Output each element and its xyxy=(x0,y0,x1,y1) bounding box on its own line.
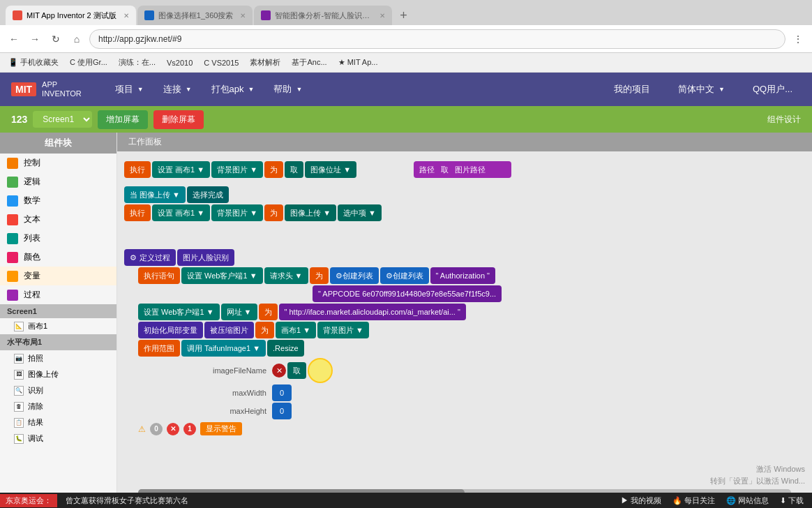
status-row: ⚠ 0 ✕ 1 显示警告 xyxy=(138,422,502,435)
sidebar-comp-recognize[interactable]: 🔍 识别 xyxy=(0,382,116,398)
block-for-3[interactable]: 为 xyxy=(264,204,283,221)
nav-build-apk[interactable]: 打包apk ▼ xyxy=(203,79,263,100)
sidebar-comp-debug[interactable]: 🐛 调试 xyxy=(0,431,116,447)
block-resize-method[interactable]: .Resize xyxy=(267,340,304,357)
block-scope[interactable]: 作用范围 xyxy=(138,340,180,357)
tab-close-3[interactable]: ✕ xyxy=(379,12,385,20)
block-params-group: imageFileName ✕ 取 maxWidth 0 maxHeight xyxy=(194,358,502,419)
tab-image-search[interactable]: 图像选择框1_360搜索 ✕ xyxy=(137,6,253,25)
block-req-header[interactable]: 请求头 ▼ xyxy=(264,267,308,284)
tab-title-1: MIT App Inventor 2 测试版 xyxy=(27,10,116,21)
sidebar-cat-procedure[interactable]: 过程 xyxy=(0,285,116,304)
block-when[interactable]: 当 图像上传 ▼ xyxy=(124,186,186,203)
block-for-stmt[interactable]: 为 xyxy=(310,267,329,284)
block-exec-stmt[interactable]: 执行语句 xyxy=(138,267,180,284)
nav-project[interactable]: 项目 ▼ xyxy=(107,79,152,100)
bookmark-mobile[interactable]: 📱 手机收藏夹 xyxy=(6,56,61,69)
user-menu[interactable]: QQ用户... xyxy=(744,79,801,100)
sidebar-cat-control[interactable]: 控制 xyxy=(0,154,116,172)
sidebar-comp-photo[interactable]: 📷 拍照 xyxy=(0,350,116,366)
sidebar-cat-logic[interactable]: 逻辑 xyxy=(0,172,116,191)
canvas-area[interactable]: 执行 设置 画布1 ▼ 背景图片 ▼ 为 取 图像位址 ▼ 路径 取 图片路径 … xyxy=(117,151,812,507)
tab-face-recognition[interactable]: 智能图像分析-智能人脸识别/人... ✕ xyxy=(254,6,392,25)
block-exec-1[interactable]: 执行 xyxy=(124,161,151,178)
sidebar-cat-math[interactable]: 数学 xyxy=(0,191,116,210)
block-set-canvas-1[interactable]: 设置 画布1 ▼ xyxy=(152,161,210,178)
nav-help[interactable]: 帮助 ▼ xyxy=(265,79,310,100)
block-init-local[interactable]: 初始化局部变量 xyxy=(138,322,203,338)
tab-close-1[interactable]: ✕ xyxy=(123,12,129,20)
sidebar-cat-variable[interactable]: 变量 xyxy=(0,267,116,285)
my-projects-link[interactable]: 我的项目 xyxy=(606,79,659,100)
bookmark-mit-ap[interactable]: ★ MIT Ap... xyxy=(336,57,381,68)
back-button[interactable]: ← xyxy=(6,31,22,47)
block-image-addr[interactable]: 图像位址 ▼ xyxy=(305,161,356,178)
site-info-link[interactable]: 🌐 网站信息 xyxy=(726,495,769,506)
block-for-var[interactable]: 为 xyxy=(255,322,274,338)
sidebar-cat-text[interactable]: 文本 xyxy=(0,210,116,229)
delete-screen-button[interactable]: 删除屏幕 xyxy=(153,110,204,129)
block-url-prop[interactable]: 网址 ▼ xyxy=(221,304,257,320)
block-canvas-var[interactable]: 画布1 ▼ xyxy=(276,322,316,338)
block-define-procedure[interactable]: ⚙ 定义过程 xyxy=(124,249,176,266)
bookmark-演练[interactable]: 演练：在... xyxy=(116,56,158,69)
sidebar-comp-image-upload[interactable]: 🖼 图像上传 xyxy=(0,366,116,382)
add-screen-button[interactable]: 增加屏幕 xyxy=(98,110,148,129)
block-bg-img-3[interactable]: 背景图片 ▼ xyxy=(211,204,263,221)
url-text: http://app.gzjkw.net/#9 xyxy=(98,34,181,44)
cat-color-procedure xyxy=(7,290,18,301)
block-call-taifun[interactable]: 调用 TaifunImage1 ▼ xyxy=(181,340,266,357)
menu-button[interactable]: ⋮ xyxy=(790,31,806,47)
nav-connect[interactable]: 连接 ▼ xyxy=(155,79,200,100)
block-maxheight-val[interactable]: 0 xyxy=(272,403,292,419)
block-appcode[interactable]: " APPCODE 6e070ff991d4480e97e8e55ae7f1f5… xyxy=(313,285,502,302)
block-var-compressed[interactable]: 被压缩图片 xyxy=(204,322,254,338)
language-select[interactable]: 简体中文 ▼ xyxy=(670,79,733,100)
bookmark-素材[interactable]: 素材解析 xyxy=(247,56,283,69)
bookmark-use-gr[interactable]: C 使用Gr... xyxy=(67,56,110,69)
block-event-complete[interactable]: 选择完成 xyxy=(187,186,229,203)
tab-close-2[interactable]: ✕ xyxy=(240,12,246,20)
my-videos-link[interactable]: ▶ 我的视频 xyxy=(621,495,661,506)
url-input[interactable]: http://app.gzjkw.net/#9 xyxy=(89,29,785,49)
screen-select[interactable]: Screen1 xyxy=(33,111,92,128)
app-header: MIT APPINVENTOR 项目 ▼ 连接 ▼ 打包apk ▼ 帮助 ▼ 我… xyxy=(0,73,812,106)
sidebar-comp-clear[interactable]: 🗑 清除 xyxy=(0,398,116,414)
sidebar-comp-canvas[interactable]: 📐 画布1 xyxy=(0,318,116,334)
bookmark-vs2015[interactable]: C VS2015 xyxy=(201,57,241,68)
sidebar-cat-color[interactable]: 颜色 xyxy=(0,248,116,267)
sidebar-header: 组件块 xyxy=(0,133,116,154)
block-auth-label[interactable]: " Authorization " xyxy=(430,267,496,284)
new-tab-button[interactable]: + xyxy=(393,6,413,25)
tab-mit-app-inventor[interactable]: MIT App Inventor 2 测试版 ✕ xyxy=(6,6,136,25)
block-set-webclient-url[interactable]: 设置 Web客户端1 ▼ xyxy=(138,304,220,320)
block-bg-img-1[interactable]: 背景图片 ▼ xyxy=(211,161,263,178)
photo-label: 拍照 xyxy=(28,353,43,364)
block-get-filename[interactable]: 取 xyxy=(287,362,306,379)
block-bg-img-var[interactable]: 背景图片 ▼ xyxy=(317,322,369,338)
sidebar-cat-list[interactable]: 列表 xyxy=(0,229,116,248)
bookmark-vs2010[interactable]: Vs2010 xyxy=(164,57,195,68)
block-create-list-2[interactable]: ⚙ 创建列表 xyxy=(380,267,429,284)
block-for-url[interactable]: 为 xyxy=(259,304,278,320)
show-warning-button[interactable]: 显示警告 xyxy=(200,422,242,435)
home-button[interactable]: ⌂ xyxy=(68,31,85,47)
daily-focus-link[interactable]: 🔥 每日关注 xyxy=(672,495,715,506)
block-img-upload-3[interactable]: 图像上传 ▼ xyxy=(285,204,336,221)
refresh-button[interactable]: ↻ xyxy=(47,31,64,47)
forward-button[interactable]: → xyxy=(27,31,43,47)
block-create-list-1[interactable]: ⚙ 创建列表 xyxy=(330,267,379,284)
download-link[interactable]: ⬇ 下载 xyxy=(780,495,804,506)
sidebar-comp-result[interactable]: 📋 结果 xyxy=(0,414,116,431)
block-set-canvas-3[interactable]: 设置 画布1 ▼ xyxy=(152,204,210,221)
block-delete-btn[interactable]: ✕ xyxy=(272,364,286,378)
block-for-1[interactable]: 为 xyxy=(264,161,283,178)
block-set-webclient[interactable]: 设置 Web客户端1 ▼ xyxy=(181,267,263,284)
block-url-value[interactable]: " http://iface.market.alicloudapi.com/ai… xyxy=(279,304,466,320)
block-get-1[interactable]: 取 xyxy=(285,161,303,178)
bookmark-基于anc[interactable]: 基于Anc... xyxy=(289,56,329,69)
block-selected-item[interactable]: 选中项 ▼ xyxy=(338,204,382,221)
block-maxwidth-val[interactable]: 0 xyxy=(272,384,292,401)
block-procedure-name[interactable]: 图片人脸识别 xyxy=(177,249,234,266)
block-exec-3[interactable]: 执行 xyxy=(124,204,151,221)
